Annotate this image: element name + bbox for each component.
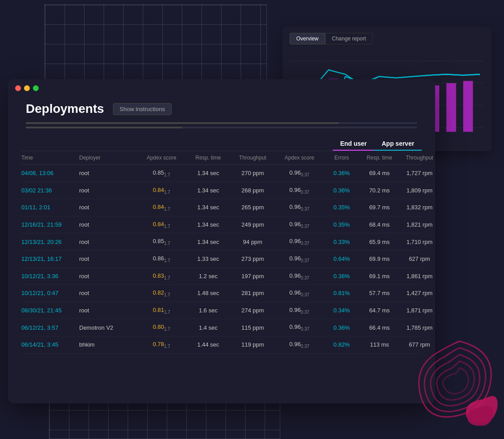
apdex2-value: 0.96 — [290, 272, 301, 279]
apdex1-value: 0.85 — [153, 238, 164, 244]
apdex2-value: 0.96 — [290, 255, 301, 262]
table-row: 03/02 21:36 root 0.841.7 1.34 sec 268 pp… — [21, 182, 422, 200]
table-row: 01/11, 2:01 root 0.841.7 1.34 sec 265 pp… — [21, 199, 422, 216]
cell-deployer: root — [79, 273, 137, 279]
page-title: Deployments — [26, 102, 104, 116]
cell-apdex1: 0.841.7 — [137, 221, 186, 229]
apdex1-value: 0.81 — [153, 307, 164, 313]
apdex1-value: 0.86 — [153, 255, 164, 262]
cell-thru2: 1,871 rpm — [399, 307, 435, 314]
apdex2-sub: 0.37 — [301, 309, 309, 314]
cell-time[interactable]: 01/11, 2:01 — [21, 204, 79, 211]
apdex2-sub: 0.37 — [301, 258, 309, 263]
apdex1-value: 0.82 — [153, 289, 164, 296]
cell-thru2: 1,785 rpm — [399, 324, 435, 331]
cell-thru1: 281 ppm — [230, 290, 275, 296]
column-headers: Time Deployer Apdex score Resp. time Thr… — [21, 151, 422, 165]
cell-apdex2: 0.960.37 — [275, 323, 324, 331]
cell-time[interactable]: 10/12/21, 0:47 — [21, 290, 79, 296]
apdex1-value: 0.80 — [153, 323, 164, 330]
cell-time[interactable]: 04/08, 13:06 — [21, 170, 79, 176]
cell-time[interactable]: 08/30/21, 21:45 — [21, 307, 79, 314]
cell-resp1: 1.34 sec — [186, 187, 230, 194]
cell-deployer: root — [79, 255, 137, 262]
cell-resp2: 65.9 ms — [359, 239, 399, 245]
apdex2-sub: 0.37 — [301, 275, 309, 280]
cell-time[interactable]: 03/02 21:36 — [21, 187, 79, 194]
col-header-deployer: Deployer — [79, 155, 137, 161]
cell-thru2: 1,727 rpm — [399, 170, 435, 176]
spacer — [21, 137, 177, 151]
apdex2-sub: 0.37 — [301, 327, 309, 331]
table-row: 10/12/21, 3:36 root 0.831.7 1.2 sec 197 … — [21, 268, 422, 285]
cell-thru2: 1,710 rpm — [399, 239, 435, 245]
cell-time[interactable]: 12/13/21, 20:26 — [21, 239, 79, 245]
cell-time[interactable]: 10/12/21, 3:36 — [21, 273, 79, 279]
show-instructions-button[interactable]: Show instructions — [113, 103, 172, 115]
cell-apdex1: 0.841.7 — [137, 204, 186, 212]
apdex1-sub: 1.7 — [164, 327, 170, 331]
cell-thru1: 119 ppm — [230, 341, 275, 348]
apdex2-sub: 0.37 — [301, 223, 309, 228]
col-header-thru1: Throughput — [230, 155, 275, 161]
tab-change-report[interactable]: Change report — [325, 33, 373, 44]
col-header-apdex2: Apdex score — [275, 155, 324, 161]
cell-resp1: 1.48 sec — [186, 290, 230, 296]
table-row: 10/12/21, 0:47 root 0.821.7 1.48 sec 281… — [21, 285, 422, 302]
cell-time[interactable]: 06/12/21, 3:57 — [21, 324, 79, 331]
cell-apdex1: 0.781.7 — [137, 341, 186, 349]
cell-resp1: 1.6 sec — [186, 307, 230, 314]
traffic-light-green[interactable] — [33, 85, 39, 91]
cell-errors: 0.82% — [324, 341, 359, 348]
cell-apdex2: 0.960.37 — [275, 221, 324, 229]
traffic-lights — [8, 79, 435, 97]
cell-apdex2: 0.960.37 — [275, 289, 324, 297]
cell-apdex1: 0.801.7 — [137, 323, 186, 331]
tab-overview[interactable]: Overview — [290, 33, 325, 44]
apdex2-value: 0.96 — [290, 187, 301, 193]
cell-thru2: 1,821 rpm — [399, 221, 435, 228]
cell-apdex1: 0.831.7 — [137, 272, 186, 280]
cell-resp1: 1.2 sec — [186, 273, 230, 279]
cell-apdex2: 0.960.37 — [275, 187, 324, 195]
table-rows: 04/08, 13:06 root 0.851.7 1.34 sec 270 p… — [21, 165, 422, 354]
apdex2-value: 0.96 — [290, 169, 301, 176]
col-header-resp1: Resp. time — [186, 155, 230, 161]
svg-rect-13 — [446, 83, 456, 132]
apdex2-sub: 0.37 — [301, 172, 309, 177]
cell-resp1: 1.4 sec — [186, 324, 230, 331]
cell-resp2: 66.4 ms — [359, 324, 399, 331]
cell-deployer: Demotron V2 — [79, 324, 137, 331]
apdex2-value: 0.96 — [290, 323, 301, 330]
cell-thru1: 197 ppm — [230, 273, 275, 279]
cell-thru2: 1,809 rpm — [399, 187, 435, 194]
table-row: 06/14/21, 3:45 bhkim 0.781.7 1.44 sec 11… — [21, 336, 422, 354]
cell-thru1: 115 ppm — [230, 324, 275, 331]
apdex1-sub: 1.7 — [164, 207, 170, 212]
cell-deployer: root — [79, 187, 137, 194]
traffic-light-red[interactable] — [15, 85, 21, 91]
cell-thru2: 1,861 rpm — [399, 273, 435, 279]
cell-time[interactable]: 12/16/21, 21:59 — [21, 221, 79, 228]
apdex1-sub: 1.7 — [164, 241, 170, 246]
cell-apdex1: 0.811.7 — [137, 307, 186, 315]
cell-resp1: 1.34 sec — [186, 239, 230, 245]
table-row: 06/12/21, 3:57 Demotron V2 0.801.7 1.4 s… — [21, 319, 422, 336]
apdex2-value: 0.96 — [290, 307, 301, 313]
cell-time[interactable]: 12/13/21, 16:17 — [21, 255, 79, 262]
apdex2-value: 0.96 — [290, 238, 301, 244]
cell-resp2: 68.4 ms — [359, 221, 399, 228]
apdex1-sub: 1.7 — [164, 344, 170, 349]
apdex1-sub: 1.7 — [164, 309, 170, 314]
progress-bars — [8, 119, 435, 137]
apdex2-sub: 0.37 — [301, 207, 309, 212]
apdex1-value: 0.84 — [153, 204, 164, 210]
cell-resp1: 1.34 sec — [186, 221, 230, 228]
cell-time[interactable]: 06/14/21, 3:45 — [21, 341, 79, 348]
traffic-light-yellow[interactable] — [24, 85, 30, 91]
group-header-app-server: App server — [374, 137, 422, 151]
grid-decoration-top — [44, 4, 267, 80]
progress-bar-1-track — [26, 122, 417, 124]
cell-errors: 0.35% — [324, 221, 359, 228]
table-row: 04/08, 13:06 root 0.851.7 1.34 sec 270 p… — [21, 165, 422, 182]
